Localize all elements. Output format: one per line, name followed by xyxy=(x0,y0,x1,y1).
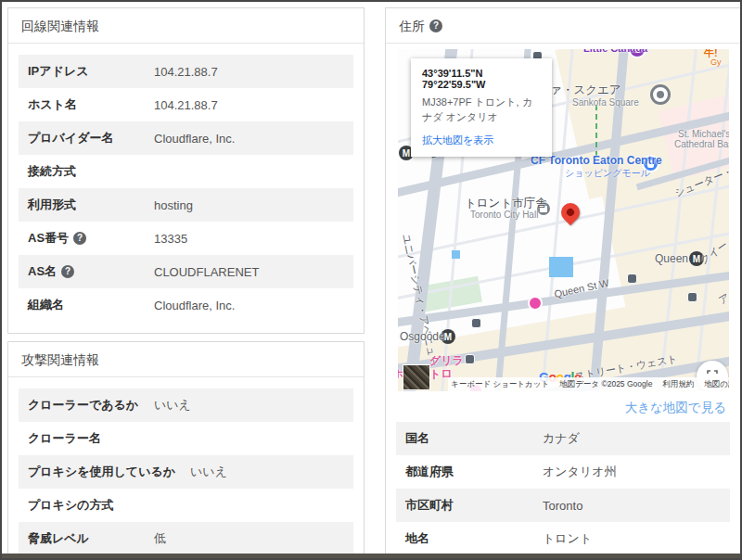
address-title: 住所 xyxy=(399,8,425,44)
row-label: クローラー名 xyxy=(28,430,139,447)
map-label-st-michaels-2: Cathedral Basilica xyxy=(674,139,729,149)
row-label: プロバイダー名 xyxy=(28,130,139,146)
table-row: クローラーであるかいいえ xyxy=(19,388,353,422)
map-label-beef-en: Gy xyxy=(710,57,722,67)
row-value: 低 xyxy=(154,530,166,547)
row-label: 国名 xyxy=(405,430,528,447)
map-label-little-canada: Little Canada xyxy=(583,49,647,54)
row-value: 13335 xyxy=(154,232,187,246)
view-larger-map-external-link[interactable]: 大きな地図で見る xyxy=(386,391,740,422)
line-info-table: IPアドレス104.21.88.7 ホスト名104.21.88.7 プロバイダー… xyxy=(8,44,364,333)
map-label-queen-station: Queen xyxy=(655,252,688,265)
table-row: ホスト名104.21.88.7 xyxy=(19,88,353,121)
row-value: いいえ xyxy=(154,397,191,414)
help-icon[interactable]: ? xyxy=(73,232,86,245)
table-row: 接続方式 xyxy=(19,155,353,188)
view-larger-map-link[interactable]: 拡大地図を表示 xyxy=(422,134,541,147)
google-map[interactable]: M M M Little Canada 牛! Gy サンコファ・スクエア San… xyxy=(398,49,729,391)
table-row: 組織名Cloudflare, Inc. xyxy=(19,288,353,322)
row-label: プロキシの方式 xyxy=(28,497,139,514)
footer-bar xyxy=(2,554,740,558)
table-row: IPアドレス104.21.88.7 xyxy=(19,55,353,88)
row-value: Cloudflare, Inc. xyxy=(154,299,235,312)
bus-stop-icon xyxy=(687,292,697,302)
table-row: AS名? CLOUDFLARENET xyxy=(19,255,353,288)
sankofa-pin-icon[interactable] xyxy=(650,84,671,105)
table-row: 国名カナダ xyxy=(396,422,730,455)
help-icon[interactable]: ? xyxy=(429,19,442,32)
coordinates: 43°39'11.5"N 79°22'59.5"W xyxy=(422,68,541,90)
row-label: 脅威レベル xyxy=(28,530,139,547)
bus-stop-icon xyxy=(627,274,637,284)
table-row: クローラー名 xyxy=(19,422,353,455)
table-row: プロキシを使用しているかいいえ xyxy=(19,455,353,489)
map-attribution: キーボード ショートカット 地図データ ©2025 Google 利用規約 地図… xyxy=(448,377,729,391)
row-label: AS名 xyxy=(28,263,57,280)
map-path xyxy=(595,105,597,157)
attack-info-table: クローラーであるかいいえ クローラー名 プロキシを使用しているかいいえ プロキシ… xyxy=(8,377,364,560)
map-label-city-hall-en: Toronto City Hall xyxy=(470,210,538,220)
line-info-card: 回線関連情報 IPアドレス104.21.88.7 ホスト名104.21.88.7… xyxy=(7,7,365,334)
row-label: 市区町村 xyxy=(405,497,528,514)
address-table: 国名カナダ 都道府県オンタリオ州 市区町村Toronto 地名トロント xyxy=(386,422,740,560)
row-value: カナダ xyxy=(543,430,580,447)
row-label: 組織名 xyxy=(28,297,139,313)
map-label-sankofa-en: Sankofa Square xyxy=(572,97,639,108)
row-label: IPアドレス xyxy=(28,63,139,80)
row-value: Cloudflare, Inc. xyxy=(154,132,235,146)
row-label: 接続方式 xyxy=(28,163,139,180)
table-row: 都道府県オンタリオ州 xyxy=(396,455,730,489)
terms-link[interactable]: 利用規約 xyxy=(662,379,694,390)
plus-code: MJ38+7PF トロント, カナダ オンタリオ xyxy=(422,95,541,125)
row-label: AS番号 xyxy=(28,230,69,247)
map-data-text: 地図データ ©2025 Google xyxy=(559,379,652,390)
row-value: トロント xyxy=(543,530,592,547)
map-pool xyxy=(549,257,573,277)
line-info-title: 回線関連情報 xyxy=(8,8,364,44)
bus-stop-icon xyxy=(471,318,481,328)
map-info-window: 43°39'11.5"N 79°22'59.5"W MJ38+7PF トロント,… xyxy=(411,58,552,157)
row-label: ホスト名 xyxy=(28,96,139,113)
row-value: CLOUDFLARENET xyxy=(154,265,259,279)
table-row: 脅威レベル低 xyxy=(19,522,353,555)
table-row: 利用形式hosting xyxy=(19,188,353,222)
address-card: 住所 ? xyxy=(385,7,741,560)
map-label-eaton-sub: ショッピングモール xyxy=(565,167,650,180)
attack-info-card: 攻撃関連情報 クローラーであるかいいえ クローラー名 プロキシを使用しているかい… xyxy=(7,341,365,560)
satellite-toggle-thumbnail[interactable] xyxy=(403,364,430,390)
table-row: 地名トロント xyxy=(396,522,730,555)
table-row: プロバイダー名Cloudflare, Inc. xyxy=(19,121,353,155)
map-label-osgoode: Osgoode xyxy=(400,330,445,343)
row-value: 104.21.88.7 xyxy=(154,98,218,112)
row-label: プロキシを使用しているか xyxy=(28,464,175,480)
map-pool xyxy=(452,250,460,259)
report-error-link[interactable]: 地図の誤りを報告する xyxy=(704,379,729,390)
table-row: プロキシの方式 xyxy=(19,489,353,522)
row-value: いいえ xyxy=(190,464,227,480)
keyboard-shortcuts-button[interactable]: キーボード ショートカット xyxy=(451,379,549,390)
row-label: 利用形式 xyxy=(28,197,139,213)
help-icon[interactable]: ? xyxy=(61,265,74,278)
poi-pink-icon[interactable] xyxy=(528,296,543,311)
row-label: クローラーであるか xyxy=(28,397,139,414)
map-label-st-michaels: St. Michael's xyxy=(678,129,729,139)
attack-info-title: 攻撃関連情報 xyxy=(8,342,364,377)
row-value: オンタリオ州 xyxy=(543,464,617,480)
page: 回線関連情報 IPアドレス104.21.88.7 ホスト名104.21.88.7… xyxy=(0,0,742,560)
row-label: 地名 xyxy=(405,530,528,547)
row-value: 104.21.88.7 xyxy=(154,65,218,79)
bus-stop-icon xyxy=(465,354,475,364)
table-row: 市区町村Toronto xyxy=(396,489,730,522)
row-value: hosting xyxy=(154,198,193,212)
row-label: 都道府県 xyxy=(405,464,528,480)
table-row: AS番号? 13335 xyxy=(19,222,353,255)
row-value: Toronto xyxy=(543,499,582,513)
